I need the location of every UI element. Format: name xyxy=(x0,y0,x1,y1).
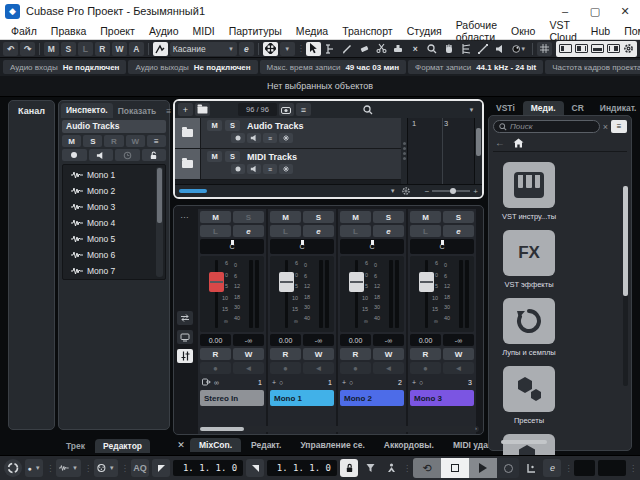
read-automation-button[interactable]: R xyxy=(340,348,371,360)
meter-peak-value[interactable]: -∞ xyxy=(373,334,404,346)
audio-outputs-cell[interactable]: Аудио выходыНе подключен xyxy=(128,60,257,74)
fader-handle[interactable] xyxy=(209,272,224,292)
mixer-faders-view-icon[interactable] xyxy=(177,349,193,363)
gain-value[interactable]: 0.00 xyxy=(200,334,231,346)
write-automation-button[interactable]: W xyxy=(233,348,264,360)
right-locator-flag-icon[interactable] xyxy=(246,459,264,477)
monitor-icon[interactable]: ◄ xyxy=(373,362,404,374)
strip-edit-button[interactable]: e xyxy=(373,225,404,237)
menu-hub[interactable]: Hub xyxy=(584,25,617,37)
automation-mode-select[interactable]: Касание▼ xyxy=(170,42,237,56)
strip-solo-button[interactable]: S xyxy=(233,211,264,223)
media-tile-vst-effects[interactable]: FX VST эффекты xyxy=(501,230,557,289)
tab-chord-pads[interactable]: Аккордовы. xyxy=(375,438,443,452)
mixer-menu-icon[interactable]: … xyxy=(180,210,190,220)
channel-panel-title[interactable]: Канал xyxy=(9,101,54,116)
record-enable-icon[interactable]: ● xyxy=(340,362,371,374)
menu-vstcloud[interactable]: VST Cloud xyxy=(542,19,583,43)
inspector-read-button[interactable]: R xyxy=(104,135,123,147)
record-enable-icon[interactable] xyxy=(231,164,245,174)
record-enable-icon[interactable] xyxy=(231,133,245,143)
tab-meter[interactable]: Индикат. xyxy=(592,101,640,115)
folder-icon[interactable] xyxy=(175,118,201,148)
tab-editor-lower[interactable]: Редакт. xyxy=(242,438,290,452)
write-all-button[interactable]: W xyxy=(112,42,127,56)
pan-control[interactable]: C xyxy=(270,239,334,254)
mixer-bypass-icon[interactable] xyxy=(177,311,193,325)
menu-audio[interactable]: Аудио xyxy=(142,25,186,37)
autoscroll-icon[interactable] xyxy=(263,42,278,56)
menu-file[interactable]: Файл xyxy=(4,25,44,37)
track-mute-button[interactable]: M xyxy=(207,120,222,131)
automation-panel-button[interactable]: e xyxy=(239,42,254,56)
list-item[interactable]: Mono 4 xyxy=(71,215,154,231)
split-tool[interactable] xyxy=(374,42,389,56)
suspend-automation-button[interactable]: A xyxy=(129,42,144,56)
tab-inspector[interactable]: Инспекто. xyxy=(61,103,113,118)
strip-mute-button[interactable]: M xyxy=(340,211,371,223)
glue-tool[interactable] xyxy=(391,42,406,56)
tab-control-room[interactable]: CR xyxy=(564,101,592,115)
fader-handle[interactable] xyxy=(349,272,364,292)
channel-name[interactable]: Stereo In xyxy=(200,390,264,406)
time-warp-tool[interactable] xyxy=(459,42,474,56)
folder-icon[interactable] xyxy=(175,149,201,179)
time-signature-field[interactable] xyxy=(598,460,626,476)
menu-edit[interactable]: Правка xyxy=(44,25,93,37)
close-lower-zone-icon[interactable]: ✕ xyxy=(173,440,189,452)
zoom-presets-caret[interactable]: ▼ xyxy=(390,188,396,194)
track-solo-button[interactable]: S xyxy=(225,151,240,162)
close-button[interactable]: ✕ xyxy=(610,0,640,22)
punch-lock-icon[interactable] xyxy=(340,459,358,477)
strip-listen-button[interactable]: L xyxy=(200,225,231,237)
menu-transport[interactable]: Транспорт xyxy=(335,25,400,37)
strip-listen-button[interactable]: L xyxy=(340,225,371,237)
pan-control[interactable]: C xyxy=(200,239,264,254)
meter-peak-value[interactable]: -∞ xyxy=(233,334,264,346)
max-record-time-cell[interactable]: Макс. время записи49 час 03 мин xyxy=(260,60,407,74)
strip-edit-button[interactable]: e xyxy=(233,225,264,237)
mixer-horizontal-scrollbar[interactable]: › xyxy=(198,426,479,432)
menu-window[interactable]: Окно xyxy=(504,25,542,37)
toggle-left-zone-wide-button[interactable] xyxy=(575,44,588,53)
menu-project[interactable]: Проект xyxy=(93,25,142,37)
toggle-lower-zone-button[interactable] xyxy=(591,44,604,53)
mute-all-button[interactable]: M xyxy=(44,42,59,56)
routing-row[interactable]: + ○ 1 xyxy=(270,376,334,388)
monitor-speaker-icon[interactable] xyxy=(89,149,114,161)
undo-button[interactable]: ↶ xyxy=(3,42,18,56)
camera-icon[interactable] xyxy=(279,103,294,116)
cycle-button[interactable]: ⟲ xyxy=(413,458,441,478)
range-selection-tool[interactable] xyxy=(323,42,338,56)
use-track-preset-icon[interactable] xyxy=(195,103,210,116)
media-horizontal-scrollbar[interactable] xyxy=(501,440,621,445)
channel-name[interactable]: Mono 3 xyxy=(410,390,474,406)
lock-icon[interactable] xyxy=(142,149,167,161)
list-item[interactable]: Mono 7 xyxy=(71,263,154,279)
menu-media[interactable]: Медиа xyxy=(289,25,335,37)
zoom-tool[interactable] xyxy=(425,42,440,56)
monitor-speaker-icon[interactable] xyxy=(247,133,261,143)
track-controls-icon[interactable]: ≡ xyxy=(263,133,277,143)
monitor-icon[interactable]: ◄ xyxy=(303,362,334,374)
record-enable-icon[interactable] xyxy=(62,149,87,161)
strip-solo-button[interactable]: S xyxy=(303,211,334,223)
meter-peak-value[interactable]: -∞ xyxy=(443,334,474,346)
inspector-write-button[interactable]: W xyxy=(126,135,145,147)
freeze-icon[interactable] xyxy=(279,164,293,174)
color-tool[interactable]: ▼ xyxy=(510,42,528,56)
read-automation-button[interactable]: R xyxy=(270,348,301,360)
line-tool[interactable] xyxy=(476,42,491,56)
inspector-mute-button[interactable]: M xyxy=(62,135,81,147)
record-format-cell[interactable]: Формат записи44.1 kHz - 24 bit xyxy=(408,60,543,74)
track-list-icon[interactable]: ≡ xyxy=(296,103,311,116)
draw-tool[interactable] xyxy=(340,42,355,56)
pan-control[interactable]: C xyxy=(410,239,474,254)
fader-handle[interactable] xyxy=(419,272,434,292)
track-name[interactable]: MIDI Tracks xyxy=(247,152,297,162)
fader-handle[interactable] xyxy=(279,272,294,292)
menu-help[interactable]: Помощь xyxy=(617,25,640,37)
gain-value[interactable]: 0.00 xyxy=(270,334,301,346)
toggle-left-zone-button[interactable] xyxy=(559,44,572,53)
frame-rate-cell[interactable]: Частота кадров проекта30 fps xyxy=(545,60,640,74)
